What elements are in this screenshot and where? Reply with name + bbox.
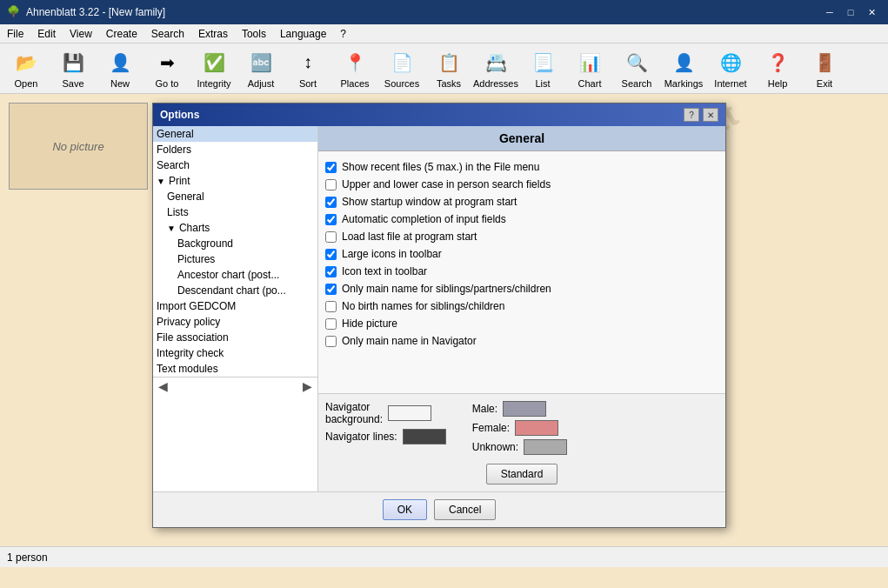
tree-item-lists[interactable]: Lists [153, 204, 317, 220]
menu-create[interactable]: Create [99, 24, 144, 43]
tree-item-integrity[interactable]: Integrity check [153, 345, 317, 361]
minimize-button[interactable]: ─ [820, 4, 839, 20]
male-color[interactable] [503, 401, 546, 417]
list-button[interactable]: 📃 List [520, 46, 565, 91]
tree-item-print-general[interactable]: General [153, 189, 317, 204]
menu-extras[interactable]: Extras [191, 24, 235, 43]
app-icon: 🌳 [7, 5, 21, 19]
tree-arrow-right[interactable]: ▶ [299, 379, 316, 393]
checkbox-recent-files[interactable] [325, 162, 337, 173]
addresses-button[interactable]: 📇 Addresses [473, 46, 518, 91]
open-label: Open [15, 78, 38, 89]
label-recent-files: Show recent files (5 max.) in the File m… [342, 161, 539, 173]
tree-item-folders[interactable]: Folders [153, 142, 317, 157]
title-bar: 🌳 Ahnenblatt 3.22 - [New family] ─ □ ✕ [0, 0, 888, 24]
tree-item-general[interactable]: General [153, 126, 317, 142]
save-button[interactable]: 💾 Save [50, 46, 96, 91]
markings-label: Markings [664, 78, 704, 89]
places-label: Places [340, 78, 369, 89]
sources-button[interactable]: 📄 Sources [379, 46, 424, 91]
menu-view[interactable]: View [63, 24, 99, 43]
checkbox-hide-picture[interactable] [325, 318, 337, 330]
tree-item-descendant-chart[interactable]: Descendant chart (po... [153, 283, 317, 298]
menu-tools[interactable]: Tools [235, 24, 273, 43]
tree-item-charts[interactable]: ▼Charts [153, 220, 317, 236]
help-button[interactable]: ❓ Help [755, 46, 800, 91]
checkbox-load-last[interactable] [325, 231, 337, 243]
menu-bar: File Edit View Create Search Extras Tool… [0, 24, 888, 43]
dialog-close-button[interactable]: ✕ [703, 108, 718, 122]
male-color-row: Male: [472, 401, 567, 417]
checkbox-icon-text[interactable] [325, 266, 337, 277]
tree-item-pictures[interactable]: Pictures [153, 251, 317, 267]
dialog-title-bar: Options ? ✕ [153, 104, 725, 126]
goto-button[interactable]: ➡ Go to [144, 46, 190, 91]
app-title: Ahnenblatt 3.22 - [New family] [26, 6, 165, 18]
menu-search[interactable]: Search [144, 24, 191, 43]
tree-item-ancestor-chart[interactable]: Ancestor chart (post... [153, 267, 317, 283]
unknown-color[interactable] [524, 439, 567, 455]
checkbox-auto-complete[interactable] [325, 214, 337, 225]
checkbox-upper-lower[interactable] [325, 179, 337, 190]
tree-item-search[interactable]: Search [153, 157, 317, 173]
tree-item-file-assoc[interactable]: File association [153, 330, 317, 345]
open-button[interactable]: 📂 Open [3, 46, 49, 91]
menu-language[interactable]: Language [273, 24, 333, 43]
female-color[interactable] [515, 420, 558, 436]
adjust-button[interactable]: 🔤 Adjust [238, 46, 284, 91]
sources-label: Sources [384, 78, 419, 89]
label-icon-text: Icon text in toolbar [342, 265, 427, 277]
list-label: List [535, 78, 550, 89]
menu-file[interactable]: File [0, 24, 30, 43]
status-text: 1 person [7, 551, 48, 564]
options-tree: General Folders Search ▼Print General Li… [153, 126, 318, 491]
navigator-lines-label: Navigator lines: [325, 431, 397, 443]
checkbox-startup-window[interactable] [325, 197, 337, 208]
ok-button[interactable]: OK [383, 499, 427, 520]
internet-button[interactable]: 🌐 Internet [708, 46, 753, 91]
dialog-footer: OK Cancel [153, 491, 725, 527]
maximize-button[interactable]: □ [841, 4, 860, 20]
checkbox-large-icons[interactable] [325, 249, 337, 260]
dialog-help-button[interactable]: ? [684, 108, 699, 122]
tree-item-text-modules[interactable]: Text modules [153, 361, 317, 377]
tree-arrow-left[interactable]: ◀ [155, 379, 171, 393]
markings-button[interactable]: 👤 Markings [661, 46, 706, 91]
new-button[interactable]: 👤 New [97, 46, 143, 91]
tree-item-print[interactable]: ▼Print [153, 173, 317, 189]
save-label: Save [62, 78, 83, 89]
checkbox-main-name-siblings[interactable] [325, 284, 337, 295]
dialog-body: General Folders Search ▼Print General Li… [153, 126, 725, 491]
window-close-button[interactable]: ✕ [862, 4, 881, 20]
cancel-button[interactable]: Cancel [434, 499, 496, 520]
sort-button[interactable]: ↕ Sort [285, 46, 330, 91]
checkbox-main-name-navigator[interactable] [325, 336, 337, 347]
menu-edit[interactable]: Edit [30, 24, 63, 43]
tree-item-import-gedcom[interactable]: Import GEDCOM [153, 298, 317, 314]
exit-button[interactable]: 🚪 Exit [802, 46, 847, 91]
help-icon: ❓ [764, 49, 791, 77]
tree-item-privacy[interactable]: Privacy policy [153, 314, 317, 330]
standard-button[interactable]: Standard [486, 464, 558, 484]
sort-label: Sort [299, 78, 317, 89]
chart-button[interactable]: 📊 Chart [567, 46, 612, 91]
addresses-label: Addresses [473, 78, 518, 89]
places-button[interactable]: 📍 Places [332, 46, 377, 91]
tasks-button[interactable]: 📋 Tasks [426, 46, 471, 91]
integrity-label: Integrity [197, 78, 230, 89]
status-bar: 1 person [0, 546, 888, 567]
integrity-button[interactable]: ✅ Integrity [191, 46, 237, 91]
adjust-icon: 🔤 [247, 49, 275, 77]
navigator-lines-color[interactable] [403, 429, 446, 444]
tasks-icon: 📋 [435, 49, 463, 77]
option-large-icons: Large icons in toolbar [325, 245, 718, 263]
tree-item-background[interactable]: Background [153, 236, 317, 251]
tasks-label: Tasks [437, 78, 461, 89]
checkbox-no-birth-names[interactable] [325, 301, 337, 312]
search-button[interactable]: 🔍 Search [614, 46, 659, 91]
open-icon: 📂 [12, 49, 40, 77]
label-upper-lower: Upper and lower case in person search fi… [342, 178, 551, 190]
help-label: Help [768, 78, 788, 89]
menu-help[interactable]: ? [333, 24, 353, 43]
navigator-bg-color[interactable] [388, 405, 431, 421]
